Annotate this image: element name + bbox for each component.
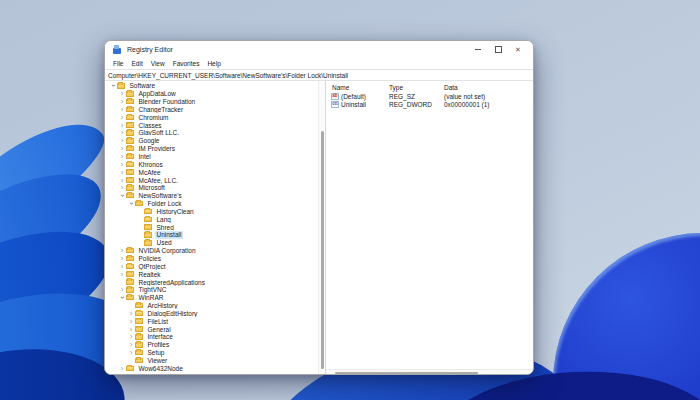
chevron-right-icon[interactable]: › bbox=[118, 161, 126, 168]
value-row-uninstall[interactable]: 011UninstallREG_DWORD0x00000001 (1) bbox=[326, 101, 533, 110]
menu-item-view[interactable]: View bbox=[147, 60, 169, 67]
minimize-button[interactable] bbox=[468, 41, 488, 58]
folder-icon bbox=[126, 130, 134, 136]
tree-item-nvidia-corporation[interactable]: ›NVIDIA Corporation bbox=[105, 247, 318, 255]
chevron-right-icon[interactable]: › bbox=[118, 286, 126, 293]
tree-scrollbar-thumb[interactable] bbox=[321, 131, 324, 369]
values-horizontal-scrollbar[interactable] bbox=[326, 369, 533, 375]
column-header-data[interactable]: Data bbox=[444, 84, 533, 91]
tree-item-label: Profiles bbox=[146, 341, 172, 348]
tree-item-folder-lock[interactable]: ›Folder Lock bbox=[105, 200, 318, 208]
tree-item-label: FileList bbox=[146, 318, 171, 325]
menu-item-favorites[interactable]: Favorites bbox=[169, 60, 204, 67]
tree-item-intel[interactable]: ›Intel bbox=[105, 153, 318, 161]
tree-item-classes[interactable]: ›Classes bbox=[105, 121, 318, 129]
maximize-button[interactable] bbox=[488, 41, 508, 58]
tree-item-chromium[interactable]: ›Chromium bbox=[105, 113, 318, 121]
chevron-right-icon[interactable]: › bbox=[118, 177, 126, 184]
tree-item-uninstall[interactable]: Uninstall bbox=[105, 231, 318, 239]
folder-icon bbox=[126, 162, 134, 168]
tree-item-khronos[interactable]: ›Khronos bbox=[105, 160, 318, 168]
folder-icon bbox=[144, 224, 152, 230]
chevron-right-icon[interactable]: › bbox=[127, 349, 135, 356]
chevron-down-icon[interactable]: › bbox=[128, 200, 135, 208]
tree-item-mcafee[interactable]: ›McAfee bbox=[105, 168, 318, 176]
tree-item-shred[interactable]: Shred bbox=[105, 223, 318, 231]
value-type: REG_DWORD bbox=[389, 101, 444, 108]
tree-item-label: Shred bbox=[155, 223, 176, 230]
chevron-right-icon[interactable]: › bbox=[118, 98, 126, 105]
menu-item-help[interactable]: Help bbox=[203, 60, 224, 67]
tree-item-im-providers[interactable]: ›IM Providers bbox=[105, 145, 318, 153]
chevron-right-icon[interactable]: › bbox=[118, 145, 126, 152]
tree-item-registeredapplications[interactable]: RegisteredApplications bbox=[105, 278, 318, 286]
chevron-right-icon[interactable]: › bbox=[118, 184, 126, 191]
chevron-right-icon[interactable]: › bbox=[118, 255, 126, 262]
tree-item-interface[interactable]: ›Interface bbox=[105, 333, 318, 341]
tree-item-tightvnc[interactable]: ›TightVNC bbox=[105, 286, 318, 294]
chevron-right-icon[interactable]: › bbox=[118, 263, 126, 270]
values-scrollbar-thumb[interactable] bbox=[335, 372, 478, 374]
chevron-right-icon[interactable]: › bbox=[127, 333, 135, 340]
tree-item-blender-foundation[interactable]: ›Blender Foundation bbox=[105, 98, 318, 106]
tree-item-software[interactable]: ›Software bbox=[105, 82, 318, 90]
column-header-type[interactable]: Type bbox=[389, 84, 444, 91]
tree-item-label: Microsoft bbox=[137, 184, 167, 191]
chevron-right-icon[interactable]: › bbox=[118, 129, 126, 136]
tree-item-filelist[interactable]: ›FileList bbox=[105, 317, 318, 325]
chevron-right-icon[interactable]: › bbox=[118, 137, 126, 144]
chevron-right-icon[interactable]: › bbox=[118, 247, 126, 254]
chevron-right-icon[interactable]: › bbox=[118, 271, 126, 278]
title-bar[interactable]: Registry Editor ✕ bbox=[105, 41, 533, 58]
chevron-right-icon[interactable]: › bbox=[127, 318, 135, 325]
folder-icon bbox=[126, 107, 134, 113]
tree-item-policies[interactable]: ›Policies bbox=[105, 255, 318, 263]
chevron-down-icon[interactable]: › bbox=[119, 192, 126, 200]
tree-item-dialogedithistory[interactable]: ›DialogEditHistory bbox=[105, 309, 318, 317]
tree-item-general[interactable]: ›General bbox=[105, 325, 318, 333]
value-name-cell: 011Uninstall bbox=[331, 101, 389, 108]
close-button[interactable]: ✕ bbox=[508, 41, 528, 58]
tree-vertical-scrollbar[interactable] bbox=[318, 81, 325, 375]
tree-item-archistory[interactable]: ArcHistory bbox=[105, 302, 318, 310]
chevron-right-icon[interactable]: › bbox=[127, 326, 135, 333]
tree-item-google[interactable]: ›Google bbox=[105, 137, 318, 145]
chevron-down-icon[interactable]: › bbox=[119, 294, 126, 302]
tree-item-label: Interface bbox=[146, 333, 175, 340]
menu-item-file[interactable]: File bbox=[109, 60, 127, 67]
tree-item-mcafee-llc[interactable]: ›McAfee, LLC. bbox=[105, 176, 318, 184]
chevron-right-icon[interactable]: › bbox=[118, 365, 126, 372]
menu-item-edit[interactable]: Edit bbox=[127, 60, 146, 67]
tree-item-appdatalow[interactable]: ›AppDataLow bbox=[105, 90, 318, 98]
tree-item-setup[interactable]: ›Setup bbox=[105, 349, 318, 357]
tree-item-glavsoft-llc[interactable]: ›GlavSoft LLC. bbox=[105, 129, 318, 137]
chevron-right-icon[interactable]: › bbox=[118, 169, 126, 176]
chevron-right-icon[interactable]: › bbox=[118, 114, 126, 121]
tree-item-newsoftware-s[interactable]: ›NewSoftware's bbox=[105, 192, 318, 200]
address-bar[interactable]: Computer\HKEY_CURRENT_USER\Software\NewS… bbox=[105, 69, 533, 81]
tree-item-used[interactable]: Used bbox=[105, 239, 318, 247]
tree-item-lang[interactable]: Lang bbox=[105, 215, 318, 223]
chevron-down-icon[interactable]: › bbox=[110, 82, 117, 90]
tree-item-changetracker[interactable]: ›ChangeTracker bbox=[105, 106, 318, 114]
tree-item-qtproject[interactable]: ›QtProject bbox=[105, 262, 318, 270]
chevron-right-icon[interactable]: › bbox=[118, 90, 126, 97]
tree-item-profiles[interactable]: ›Profiles bbox=[105, 341, 318, 349]
tree-item-realtek[interactable]: ›Realtek bbox=[105, 270, 318, 278]
chevron-right-icon[interactable]: › bbox=[127, 341, 135, 348]
column-header-name[interactable]: Name bbox=[332, 84, 389, 91]
tree-item-winrar[interactable]: ›WinRAR bbox=[105, 294, 318, 302]
tree-item-label: GlavSoft LLC. bbox=[137, 129, 181, 136]
chevron-right-icon[interactable]: › bbox=[127, 310, 135, 317]
value-type: REG_SZ bbox=[389, 93, 444, 100]
tree-item-wow6432node[interactable]: ›Wow6432Node bbox=[105, 364, 318, 372]
chevron-right-icon[interactable]: › bbox=[118, 122, 126, 129]
tree-panel[interactable]: ›Software›AppDataLow›Blender Foundation›… bbox=[105, 81, 318, 375]
chevron-right-icon[interactable]: › bbox=[118, 106, 126, 113]
tree-item-microsoft[interactable]: ›Microsoft bbox=[105, 184, 318, 192]
tree-item-historyclean[interactable]: HistoryClean bbox=[105, 208, 318, 216]
tree-item-viewer[interactable]: Viewer bbox=[105, 357, 318, 365]
chevron-right-icon[interactable]: › bbox=[118, 153, 126, 160]
folder-icon bbox=[126, 154, 134, 160]
value-row-default[interactable]: ab(Default)REG_SZ(value not set) bbox=[326, 92, 533, 101]
